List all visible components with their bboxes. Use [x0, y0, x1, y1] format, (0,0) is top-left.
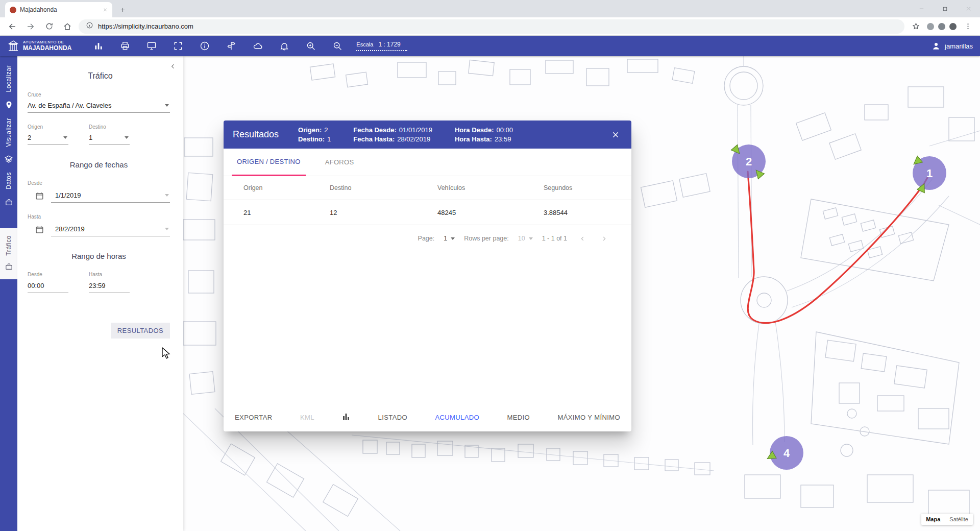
tab-aforos[interactable]: AFOROS: [320, 149, 359, 176]
window-maximize-button[interactable]: [933, 0, 957, 17]
back-icon[interactable]: [5, 19, 19, 34]
caret-down-icon: [125, 136, 129, 139]
reload-icon[interactable]: [42, 19, 56, 34]
traffic-panel: Tráfico Cruce Av. de España / Av. Clavel…: [17, 56, 183, 531]
zoom-out-icon[interactable]: [332, 40, 343, 52]
extension-icon[interactable]: [938, 23, 945, 30]
layers-icon[interactable]: [4, 154, 14, 164]
calendar-icon: [35, 191, 44, 201]
window-minimize-button[interactable]: [910, 0, 933, 17]
caret-down-icon: [529, 237, 533, 240]
dialog-actions: EXPORTAR KML LISTADO ACUMULADO MEDIO MÁX…: [224, 403, 631, 431]
sidebar-item-localizar[interactable]: Localizar: [5, 65, 12, 92]
scale-bar: [356, 50, 407, 51]
extension-icon[interactable]: [949, 23, 957, 30]
next-page-button[interactable]: [598, 232, 610, 245]
page-select[interactable]: 1: [444, 235, 455, 242]
tab-close-icon[interactable]: [103, 8, 108, 12]
briefcase-icon[interactable]: [4, 197, 14, 207]
caret-down-icon: [165, 104, 169, 107]
cruce-select[interactable]: Av. de España / Av. Claveles: [28, 99, 170, 113]
app-header: AYUNTAMIENTO DE MAJADAHONDA Escala 1 : 1: [0, 36, 980, 56]
building-icon: [7, 40, 19, 52]
map-type-satellite-button[interactable]: Satélite: [945, 514, 973, 525]
hora-desde-label: Desde: [28, 272, 68, 277]
scale-indicator: Escala 1 : 1729: [356, 41, 407, 51]
resultados-button[interactable]: RESULTADOS: [111, 323, 170, 339]
map-type-map-button[interactable]: Mapa: [921, 514, 945, 525]
print-icon[interactable]: [119, 40, 131, 52]
page-label: Page:: [418, 235, 435, 242]
horas-heading: Rango de horas: [28, 252, 170, 260]
browser-tab-strip: Majadahonda: [0, 0, 980, 17]
pagination-range: 1 - 1 of 1: [542, 235, 567, 242]
cloud-icon[interactable]: [252, 40, 263, 52]
user-menu[interactable]: jamarillas: [932, 41, 973, 51]
logo-line2: MAJADAHONDA: [23, 45, 71, 52]
street-sign-icon[interactable]: [226, 40, 237, 52]
table-row: 21 12 48245 3.88544: [224, 200, 631, 225]
dialog-summary: Origen:2 Fecha Desde:01/01/2019 Hora Des…: [298, 126, 513, 143]
header-toolbar: [93, 40, 343, 52]
bookmark-star-icon[interactable]: [909, 19, 923, 34]
zoom-in-icon[interactable]: [305, 40, 316, 52]
listado-button[interactable]: LISTADO: [378, 414, 407, 421]
tab-favicon: [10, 7, 16, 13]
fecha-desde-field[interactable]: 1/1/2019: [28, 189, 170, 203]
forward-icon[interactable]: [23, 19, 38, 34]
close-icon[interactable]: [609, 128, 622, 141]
fecha-desde-label: Desde: [28, 180, 170, 186]
person-icon: [932, 41, 941, 51]
calendar-icon: [35, 225, 44, 234]
origen-label: Origen: [28, 124, 68, 130]
window-controls: [910, 0, 980, 17]
fecha-hasta-field[interactable]: 28/2/2019: [28, 223, 170, 236]
info-icon[interactable]: [199, 40, 210, 52]
sidebar-item-trafico[interactable]: Tráfico: [0, 228, 17, 279]
fecha-hasta-label: Hasta: [28, 214, 170, 220]
sidebar-item-visualizar[interactable]: Visualizar: [5, 118, 12, 147]
maximo-minimo-button[interactable]: MÁXIMO Y MÍNIMO: [557, 414, 620, 421]
dialog-title: Resultados: [233, 129, 279, 140]
location-pin-icon[interactable]: [4, 100, 14, 110]
marker-2-label: 2: [746, 155, 752, 168]
extension-icon[interactable]: [927, 23, 934, 30]
sidebar-item-datos[interactable]: Datos: [5, 172, 12, 189]
browser-address-bar-row: https://simplicity.incaurbano.com: [0, 17, 980, 36]
sidebar-item-trafico-label: Tráfico: [5, 235, 12, 256]
browser-menu-icon[interactable]: [961, 19, 975, 34]
site-info-icon[interactable]: [86, 21, 93, 31]
hora-hasta-field[interactable]: 23:59: [89, 279, 130, 293]
medio-button[interactable]: MEDIO: [507, 414, 530, 421]
fullscreen-icon[interactable]: [173, 40, 184, 52]
fechas-heading: Rango de fechas: [28, 160, 170, 169]
previous-page-button[interactable]: [576, 232, 589, 245]
screen-icon[interactable]: [146, 40, 157, 52]
collapse-panel-button[interactable]: [167, 60, 179, 73]
window-close-button[interactable]: [957, 0, 980, 17]
destino-select[interactable]: 1: [89, 131, 130, 145]
new-tab-button[interactable]: [115, 3, 130, 17]
exportar-button[interactable]: EXPORTAR: [235, 414, 273, 421]
bar-chart-icon[interactable]: [342, 412, 350, 422]
origen-select[interactable]: 2: [28, 131, 68, 145]
hora-desde-field[interactable]: 00:00: [28, 279, 68, 293]
address-bar[interactable]: https://simplicity.incaurbano.com: [79, 19, 904, 34]
marker-2[interactable]: 2: [731, 144, 766, 179]
chart-icon[interactable]: [93, 40, 104, 52]
route-line: [748, 172, 927, 323]
panel-title: Tráfico: [17, 71, 183, 81]
marker-1[interactable]: 1: [911, 156, 946, 192]
acumulado-button[interactable]: ACUMULADO: [435, 414, 479, 421]
kml-button[interactable]: KML: [300, 414, 314, 421]
mouse-cursor: [161, 347, 173, 359]
marker-4[interactable]: 4: [765, 436, 803, 470]
tab-origen-destino[interactable]: ORIGEN / DESTINO: [232, 149, 306, 176]
scale-value: 1 : 1729: [378, 41, 400, 48]
briefcase-icon: [4, 262, 14, 272]
notifications-icon[interactable]: [279, 40, 290, 52]
browser-tab[interactable]: Majadahonda: [5, 2, 112, 17]
rows-per-page-select[interactable]: 10: [518, 235, 533, 242]
home-icon[interactable]: [60, 19, 75, 34]
caret-down-icon: [451, 237, 455, 240]
